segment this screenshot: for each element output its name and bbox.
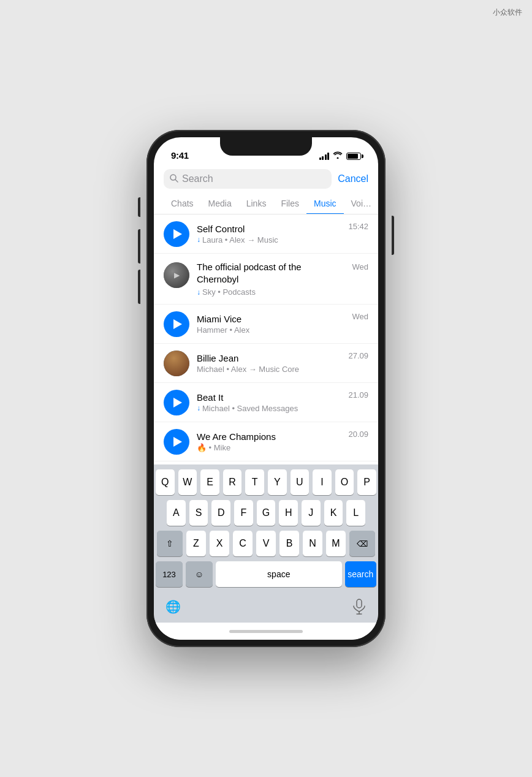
music-info: We Are Champions 🔥 • Mike — [197, 431, 341, 452]
mic-icon[interactable] — [347, 594, 371, 619]
battery-icon — [346, 153, 361, 160]
list-item[interactable]: Billie Jean Michael • Alex → Music Core … — [154, 344, 378, 383]
key-b[interactable]: B — [279, 531, 299, 556]
filter-tabs: Chats Media Links Files Music Voi… — [154, 194, 378, 214]
music-meta: ↓ Laura • Alex → Music — [197, 235, 341, 244]
phone-outer: 9:41 — [146, 130, 386, 647]
keyboard: Q W E R T Y U I O P A S D F G H J K — [154, 464, 378, 623]
svg-line-1 — [175, 180, 178, 182]
tab-chats[interactable]: Chats — [164, 194, 201, 214]
key-v[interactable]: V — [256, 531, 276, 556]
list-item[interactable]: Self Control ↓ Laura • Alex → Music 15:4… — [154, 214, 378, 254]
key-k[interactable]: K — [324, 500, 343, 526]
music-title: The official podcast of the Chernobyl — [197, 261, 345, 285]
status-time: 9:41 — [171, 150, 189, 161]
key-u[interactable]: U — [291, 469, 310, 495]
search-icon — [170, 174, 178, 184]
key-g[interactable]: G — [257, 500, 276, 526]
music-title: Beat It — [197, 392, 341, 403]
tab-music[interactable]: Music — [306, 194, 344, 214]
tab-media[interactable]: Media — [201, 194, 239, 214]
search-key[interactable]: search — [345, 561, 376, 587]
play-icon — [173, 229, 182, 239]
globe-icon[interactable]: 🌐 — [161, 594, 185, 619]
tab-links[interactable]: Links — [239, 194, 274, 214]
download-arrow-icon: ↓ — [197, 404, 200, 412]
list-item[interactable]: ▶ The official podcast of the Chernobyl … — [154, 254, 378, 305]
list-item[interactable]: Miami Vice Hammer • Alex Wed — [154, 305, 378, 344]
shift-key[interactable]: ⇧ — [157, 531, 183, 556]
key-z[interactable]: Z — [186, 531, 206, 556]
play-button[interactable] — [164, 221, 189, 247]
key-r[interactable]: R — [223, 469, 242, 495]
key-n[interactable]: N — [303, 531, 322, 556]
watermark: 小众软件 — [493, 7, 522, 18]
music-info: The official podcast of the Chernobyl ↓ … — [197, 261, 345, 297]
key-d[interactable]: D — [211, 500, 230, 526]
key-w[interactable]: W — [178, 469, 197, 495]
play-icon — [173, 437, 182, 447]
music-time: 21.09 — [348, 389, 368, 400]
music-info: Beat It ↓ Michael • Saved Messages — [197, 392, 341, 413]
key-f[interactable]: F — [234, 500, 253, 526]
play-icon — [173, 398, 182, 407]
side-button-right — [392, 216, 394, 255]
keyboard-row-1: Q W E R T Y U I O P — [156, 469, 376, 495]
music-info: Billie Jean Michael • Alex → Music Core — [197, 353, 341, 374]
music-title: Self Control — [197, 224, 341, 234]
key-i[interactable]: I — [313, 469, 332, 495]
key-o[interactable]: O — [335, 469, 354, 495]
billie-avatar — [164, 351, 189, 376]
wifi-icon — [333, 151, 343, 161]
key-c[interactable]: C — [233, 531, 253, 556]
list-item[interactable]: We Are Champions 🔥 • Mike 20.09 — [154, 422, 378, 461]
music-meta: Hammer • Alex — [197, 325, 345, 335]
search-input-wrap — [164, 169, 332, 189]
key-q[interactable]: Q — [156, 469, 175, 495]
play-button[interactable] — [164, 311, 189, 337]
keyboard-bottom: 🌐 — [156, 592, 376, 620]
music-time: 27.09 — [348, 350, 368, 360]
numbers-key[interactable]: 123 — [156, 561, 183, 587]
key-m[interactable]: M — [326, 531, 346, 556]
key-x[interactable]: X — [210, 531, 229, 556]
notch — [220, 137, 312, 156]
key-j[interactable]: J — [302, 500, 321, 526]
phone-inner: 9:41 — [154, 137, 378, 640]
music-title: Miami Vice — [197, 314, 345, 324]
key-t[interactable]: T — [245, 469, 264, 495]
music-time: Wed — [352, 311, 369, 321]
cancel-button[interactable]: Cancel — [338, 173, 368, 184]
music-list: Self Control ↓ Laura • Alex → Music 15:4… — [154, 214, 378, 464]
play-button[interactable] — [164, 429, 189, 455]
svg-rect-2 — [357, 599, 362, 608]
key-e[interactable]: E — [200, 469, 219, 495]
keyboard-row-4: 123 ☺ space search — [156, 561, 376, 587]
key-s[interactable]: S — [189, 500, 208, 526]
podcast-avatar: ▶ — [164, 262, 189, 288]
music-time: 15:42 — [348, 221, 368, 231]
music-meta: 🔥 • Mike — [197, 443, 341, 452]
play-icon — [173, 319, 182, 329]
music-title: Billie Jean — [197, 353, 341, 363]
home-bar — [229, 630, 303, 633]
key-h[interactable]: H — [279, 500, 298, 526]
tab-voice[interactable]: Voi… — [344, 194, 378, 214]
music-time: 20.09 — [348, 428, 368, 439]
music-meta: ↓ Sky • Podcasts — [197, 287, 345, 297]
signal-icon — [319, 153, 330, 160]
key-a[interactable]: A — [167, 500, 186, 526]
play-button[interactable] — [164, 390, 189, 415]
emoji-key[interactable]: ☺ — [186, 561, 213, 587]
key-p[interactable]: P — [357, 469, 376, 495]
delete-key[interactable]: ⌫ — [349, 531, 375, 556]
music-time: Wed — [352, 261, 369, 271]
search-input[interactable] — [182, 173, 325, 184]
play-icon-small: ▶ — [174, 271, 180, 279]
key-l[interactable]: L — [346, 500, 365, 526]
key-y[interactable]: Y — [268, 469, 287, 495]
status-icons — [319, 151, 362, 161]
tab-files[interactable]: Files — [273, 194, 306, 214]
list-item[interactable]: Beat It ↓ Michael • Saved Messages 21.09 — [154, 383, 378, 422]
space-key[interactable]: space — [216, 561, 342, 587]
